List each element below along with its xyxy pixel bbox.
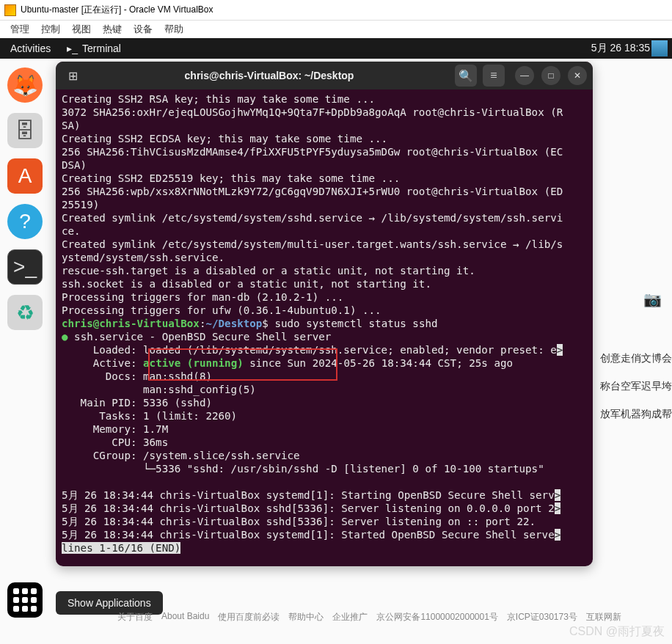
term-wrap-marker: > [555,529,561,541]
term-line: Memory: 1.7M [62,423,168,435]
dock-software[interactable]: A [7,158,43,194]
menu-devices[interactable]: 设备 [134,23,153,36]
menu-manage[interactable]: 管理 [10,23,29,36]
workspace: 🦊 🗄 A ? >_ ♻ Show Applications ⊞ chris@c… [0,59,672,644]
maximize-icon: □ [548,70,553,81]
footer-link[interactable]: 京公网安备11000002000001号 [376,611,497,623]
term-line: Created symlink /etc/systemd/system/sshd… [62,212,563,224]
maximize-button[interactable]: □ [541,66,560,85]
term-line: DSA) [62,159,87,171]
terminal-titlebar: ⊞ chris@chris-VirtualBox: ~/Desktop 🔍 ≡ … [56,62,593,89]
term-line: ssh.service - OpenBSD Secure Shell serve… [68,331,332,343]
camera-icon[interactable]: 📷 [643,290,662,308]
search-icon: 🔍 [459,69,473,83]
highlight-annotation [148,348,337,381]
minimize-icon: — [520,70,529,81]
footer-link[interactable]: 企业推广 [332,611,368,623]
term-wrap-marker: > [555,489,561,501]
search-button[interactable]: 🔍 [455,65,477,87]
term-line: 256 SHA256:wpb/xsx8XrNNotMLzk9Y72/gC6gqV… [62,186,563,197]
footer-link[interactable]: 京ICP证030173号 [507,611,577,623]
term-wrap-marker: > [555,502,561,514]
close-button[interactable]: ✕ [568,66,587,85]
term-line: 5月 26 18:34:44 chris-VirtualBox sshd[533… [62,502,555,514]
terminal-indicator[interactable]: ▸_ Terminal [67,43,121,54]
terminal-title: chris@chris-VirtualBox: ~/Desktop [84,70,455,81]
background-text: 称台空军迟早垮 [600,380,672,393]
term-line: ystemd/system/ssh.service. [62,252,224,263]
footer-link[interactable]: 互联网新 [586,611,621,623]
background-text: 放军机器狗成帮 [600,408,672,421]
dock-files[interactable]: 🗄 [7,113,43,148]
window-title: Ubuntu-master [正在运行] - Oracle VM Virtual… [21,4,213,16]
menu-help[interactable]: 帮助 [164,23,183,36]
term-line: Active: [62,357,143,369]
term-line: 3072 SHA256:oxHr/ejeqLOUSGojhwYMq1Q+9Qta… [62,106,563,118]
term-line: man:sshd_config(5) [62,384,256,395]
menu-hotkey[interactable]: 热键 [103,23,122,36]
term-line: Main PID: 5336 (sshd) [62,397,212,409]
terminal-dock-icon: >_ [13,255,37,279]
terminal-body[interactable]: Creating SSH2 RSA key; this may take som… [56,89,593,557]
dock-trash[interactable]: ♻ [7,295,43,330]
ubuntu-topbar: Activities ▸_ Terminal 5月 26 18:35 [0,38,672,59]
term-line: SA) [62,120,81,131]
term-wrap-marker: > [557,344,563,356]
hamburger-icon: ≡ [490,69,497,82]
virtualbox-titlebar: Ubuntu-master [正在运行] - Oracle VM Virtual… [0,0,672,21]
term-line: 5月 26 18:34:44 chris-VirtualBox systemd[… [62,529,555,541]
activities-button[interactable]: Activities [10,43,51,54]
footer-link[interactable]: 帮助中心 [288,611,324,623]
term-line: └─5336 "sshd: /usr/sbin/sshd -D [listene… [62,463,544,475]
menu-button[interactable]: ≡ [483,65,505,87]
term-line: 25519) [62,199,99,211]
dock: 🦊 🗄 A ? >_ ♻ [3,62,47,330]
term-line: CPU: 36ms [62,436,168,448]
prompt-dollar: $ [262,318,269,329]
menu-control[interactable]: 控制 [41,23,60,36]
term-line: CGroup: /system.slice/ssh.service [62,450,300,461]
term-line: Creating SSH2 ECDSA key; this may take s… [62,133,387,144]
term-line: 256 SHA256:TihVCisusMzdMAmse4/fPiXXFU5tP… [62,146,563,158]
minimize-button[interactable]: — [515,66,534,85]
footer-link[interactable]: 关于百度 [117,611,153,623]
command-text: sudo systemctl status sshd [269,318,438,329]
clock[interactable]: 5月 26 18:35 [591,42,650,55]
menu-view[interactable]: 视图 [72,23,91,36]
close-icon: ✕ [574,70,581,81]
term-line: Creating SSH2 ED25519 key; this may take… [62,172,400,184]
prompt-user: chris@chris-VirtualBox [62,318,200,329]
virtualbox-icon [4,4,16,16]
firefox-icon: 🦊 [12,73,38,98]
dock-terminal[interactable]: >_ [7,249,43,285]
help-icon: ? [19,210,31,233]
new-tab-button[interactable]: ⊞ [62,65,84,87]
plus-icon: ⊞ [68,69,78,83]
term-line: ssh.socket is a disabled or a static uni… [62,278,431,290]
status-dot-icon: ● [62,331,68,343]
term-line: rescue-ssh.target is a disabled or a sta… [62,265,475,277]
watermark: CSDN @雨打夏夜 [569,624,665,640]
dock-help[interactable]: ? [7,204,43,239]
term-line: Processing triggers for ufw (0.36.1-4ubu… [62,304,381,316]
footer-link[interactable]: About Baidu [161,611,209,623]
term-line: Processing triggers for man-db (2.10.2-1… [62,291,343,303]
term-line: ce. [62,225,81,237]
term-line: Tasks: 1 (limit: 2260) [62,410,237,422]
term-line: Creating SSH2 RSA key; this may take som… [62,93,375,105]
prompt-path: ~/Desktop [205,318,262,329]
term-line: 5月 26 18:34:44 chris-VirtualBox sshd[533… [62,516,536,527]
footer-link[interactable]: 使用百度前必读 [218,611,280,623]
dock-firefox[interactable]: 🦊 [7,67,43,103]
term-line: Created symlink /etc/systemd/system/mult… [62,238,563,250]
background-footer: 关于百度 About Baidu 使用百度前必读 帮助中心 企业推广 京公网安备… [117,611,672,623]
terminal-icon: ▸_ [67,43,78,54]
terminal-indicator-label: Terminal [82,43,121,54]
show-applications-button[interactable] [7,582,43,618]
term-line: 5月 26 18:34:44 chris-VirtualBox systemd[… [62,489,555,501]
trash-icon: ♻ [16,301,34,325]
files-icon: 🗄 [15,119,35,143]
background-text: 创意走俏文博会 [600,352,672,365]
terminal-window: ⊞ chris@chris-VirtualBox: ~/Desktop 🔍 ≡ … [56,62,593,566]
virtualbox-menubar: 管理 控制 视图 热键 设备 帮助 [0,21,672,38]
